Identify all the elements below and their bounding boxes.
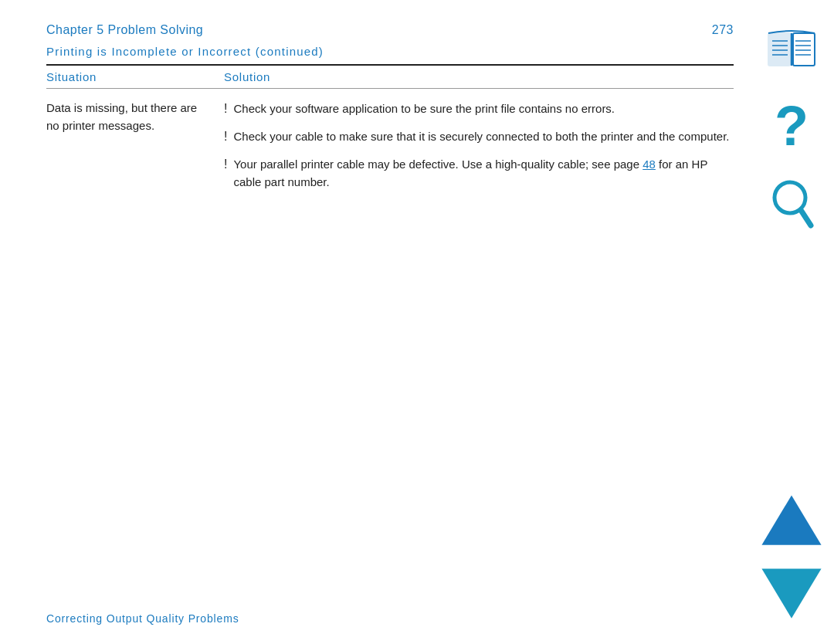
col-solution-header: Solution bbox=[224, 70, 734, 83]
arrow-up-icon[interactable] bbox=[757, 486, 826, 555]
solution-text-1: Check your software application to be su… bbox=[233, 100, 615, 117]
footer-link-text: Correcting Output Quality Problems bbox=[46, 612, 239, 625]
page-number: 273 bbox=[712, 23, 734, 37]
arrow-down-icon[interactable] bbox=[757, 559, 826, 629]
chapter-header: Chapter 5 Problem Solving bbox=[46, 23, 203, 37]
svg-rect-1 bbox=[793, 33, 815, 66]
footer-link[interactable]: Correcting Output Quality Problems bbox=[46, 612, 239, 625]
sidebar: ? bbox=[749, 0, 834, 644]
solution-item-1: ! Check your software application to be … bbox=[224, 100, 734, 118]
svg-text:?: ? bbox=[775, 99, 809, 157]
table-row: Data is missing, but there are no printe… bbox=[46, 89, 734, 201]
page-link[interactable]: 48 bbox=[642, 158, 656, 171]
situation-cell: Data is missing, but there are no printe… bbox=[46, 100, 224, 201]
solution-item-3: ! Your parallel printer cable may be def… bbox=[224, 155, 734, 192]
svg-marker-14 bbox=[761, 496, 821, 545]
solution-item-2: ! Check your cable to make sure that it … bbox=[224, 127, 734, 146]
solution-cell: ! Check your software application to be … bbox=[224, 100, 734, 201]
book-icon[interactable] bbox=[757, 15, 826, 85]
solution-text-2: Check your cable to make sure that it is… bbox=[233, 127, 729, 145]
question-mark-icon[interactable]: ? bbox=[757, 93, 826, 162]
section-title: Printing is Incomplete or Incorrect (con… bbox=[46, 45, 734, 58]
col-situation-header: Situation bbox=[46, 70, 224, 83]
svg-line-13 bbox=[801, 210, 811, 225]
bullet-1: ! bbox=[224, 100, 227, 118]
main-content: Chapter 5 Problem Solving 273 Printing i… bbox=[46, 23, 734, 201]
table-header: Situation Solution bbox=[46, 66, 734, 89]
svg-marker-15 bbox=[761, 569, 821, 619]
solution-text-3: Your parallel printer cable may be defec… bbox=[233, 155, 734, 192]
bullet-2: ! bbox=[224, 127, 227, 146]
svg-rect-0 bbox=[768, 33, 790, 66]
bullet-3: ! bbox=[224, 155, 227, 174]
magnifier-icon[interactable] bbox=[757, 170, 826, 239]
header-row: Chapter 5 Problem Solving 273 bbox=[46, 23, 734, 37]
